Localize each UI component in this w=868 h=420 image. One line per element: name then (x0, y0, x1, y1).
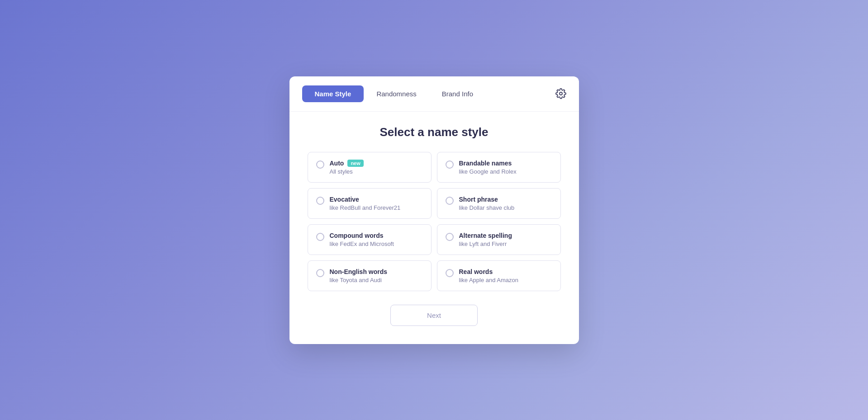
next-button[interactable]: Next (390, 305, 478, 326)
option-real-words-desc: like Apple and Amazon (459, 277, 519, 283)
option-auto-text: Auto new All styles (330, 160, 364, 175)
option-evocative[interactable]: Evocative like RedBull and Forever21 (308, 188, 432, 219)
option-alternate-spelling-text: Alternate spelling like Lyft and Fiverr (459, 232, 512, 247)
radio-short-phrase[interactable] (446, 197, 454, 205)
svg-point-0 (560, 92, 562, 95)
option-alternate-spelling[interactable]: Alternate spelling like Lyft and Fiverr (437, 224, 561, 255)
option-short-phrase-label-row: Short phrase (459, 196, 515, 203)
tab-brand-info[interactable]: Brand Info (429, 85, 486, 102)
option-compound-words-desc: like FedEx and Microsoft (330, 241, 394, 247)
option-brandable-text: Brandable names like Google and Rolex (459, 160, 517, 175)
option-evocative-label-row: Evocative (330, 196, 401, 203)
option-real-words[interactable]: Real words like Apple and Amazon (437, 260, 561, 291)
radio-alternate-spelling[interactable] (446, 233, 454, 241)
modal-container: Name Style Randomness Brand Info Select … (289, 76, 579, 344)
option-alternate-spelling-label-row: Alternate spelling (459, 232, 512, 239)
option-evocative-desc: like RedBull and Forever21 (330, 204, 401, 211)
option-non-english-text: Non-English words like Toyota and Audi (330, 268, 388, 283)
option-auto[interactable]: Auto new All styles (308, 152, 432, 183)
radio-evocative[interactable] (316, 197, 324, 205)
option-brandable-label: Brandable names (459, 160, 512, 167)
tab-name-style[interactable]: Name Style (302, 85, 364, 102)
option-real-words-label-row: Real words (459, 268, 519, 275)
option-brandable-desc: like Google and Rolex (459, 168, 517, 175)
page-title: Select a name style (308, 125, 561, 139)
option-compound-words-label-row: Compound words (330, 232, 394, 239)
option-compound-words-text: Compound words like FedEx and Microsoft (330, 232, 394, 247)
option-compound-words-label: Compound words (330, 232, 384, 239)
option-alternate-spelling-label: Alternate spelling (459, 232, 512, 239)
radio-real-words[interactable] (446, 269, 454, 277)
option-real-words-label: Real words (459, 268, 493, 275)
radio-brandable[interactable] (446, 160, 454, 169)
option-short-phrase[interactable]: Short phrase like Dollar shave club (437, 188, 561, 219)
option-evocative-label: Evocative (330, 196, 359, 203)
option-alternate-spelling-desc: like Lyft and Fiverr (459, 241, 512, 247)
option-non-english[interactable]: Non-English words like Toyota and Audi (308, 260, 432, 291)
option-auto-badge: new (347, 160, 363, 167)
options-grid: Auto new All styles Brandable names like… (308, 152, 561, 291)
option-auto-desc: All styles (330, 168, 364, 175)
option-real-words-text: Real words like Apple and Amazon (459, 268, 519, 283)
modal-content: Select a name style Auto new All styles (289, 112, 579, 344)
option-short-phrase-desc: like Dollar shave club (459, 204, 515, 211)
option-non-english-desc: like Toyota and Audi (330, 277, 388, 283)
radio-compound-words[interactable] (316, 233, 324, 241)
option-brandable-label-row: Brandable names (459, 160, 517, 167)
option-non-english-label: Non-English words (330, 268, 388, 275)
option-short-phrase-label: Short phrase (459, 196, 498, 203)
tab-randomness[interactable]: Randomness (364, 85, 429, 102)
option-brandable[interactable]: Brandable names like Google and Rolex (437, 152, 561, 183)
option-compound-words[interactable]: Compound words like FedEx and Microsoft (308, 224, 432, 255)
settings-icon[interactable] (555, 88, 566, 99)
tabs-bar: Name Style Randomness Brand Info (289, 76, 579, 112)
radio-non-english[interactable] (316, 269, 324, 277)
option-auto-label: Auto (330, 160, 344, 167)
option-auto-label-row: Auto new (330, 160, 364, 167)
radio-auto[interactable] (316, 160, 324, 169)
option-evocative-text: Evocative like RedBull and Forever21 (330, 196, 401, 211)
option-non-english-label-row: Non-English words (330, 268, 388, 275)
option-short-phrase-text: Short phrase like Dollar shave club (459, 196, 515, 211)
